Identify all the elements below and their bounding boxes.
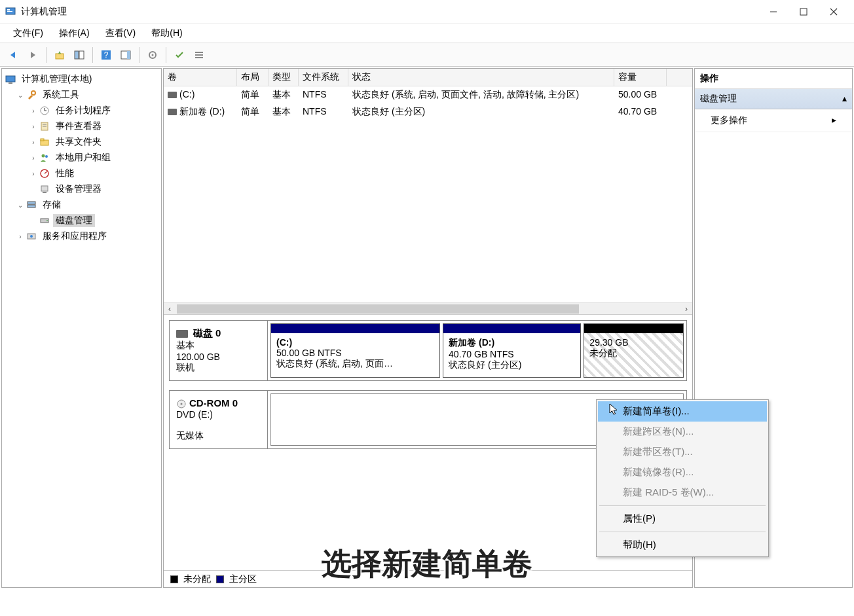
volume-row[interactable]: (C:) 简单 基本 NTFS 状态良好 (系统, 启动, 页面文件, 活动, … bbox=[164, 86, 692, 103]
col-volume[interactable]: 卷 bbox=[164, 69, 237, 86]
cdrom-label[interactable]: CD-ROM 0 DVD (E:) 无媒体 bbox=[170, 391, 268, 448]
expander-icon[interactable]: › bbox=[28, 154, 39, 162]
svg-rect-29 bbox=[41, 139, 44, 141]
tree-system-tools[interactable]: ⌄ 系统工具 bbox=[3, 87, 160, 103]
menu-view[interactable]: 查看(V) bbox=[98, 25, 144, 42]
svg-rect-36 bbox=[28, 202, 35, 204]
ctx-new-raid5-volume: 新建 RAID-5 卷(W)... bbox=[598, 482, 767, 503]
disk-mgmt-icon bbox=[39, 215, 50, 226]
svg-rect-4 bbox=[800, 9, 807, 15]
scroll-left-icon[interactable]: ‹ bbox=[164, 304, 176, 314]
ctx-properties[interactable]: 属性(P) bbox=[598, 509, 767, 529]
svg-rect-16 bbox=[195, 52, 203, 53]
horizontal-scrollbar[interactable]: ‹ › bbox=[164, 302, 692, 314]
more-actions[interactable]: 更多操作 ▸ bbox=[695, 109, 852, 132]
svg-rect-19 bbox=[6, 76, 15, 82]
svg-rect-34 bbox=[41, 186, 48, 191]
volume-list: 卷 布局 类型 文件系统 状态 容量 (C:) 简单 基本 NTFS 状态良好 … bbox=[164, 69, 692, 315]
show-hide-tree-button[interactable] bbox=[70, 46, 88, 64]
scroll-thumb[interactable] bbox=[177, 304, 579, 314]
expander-icon[interactable]: › bbox=[15, 233, 26, 240]
legend-primary-label: 主分区 bbox=[229, 573, 257, 585]
check-button[interactable] bbox=[170, 46, 189, 64]
disk-0-row: 磁盘 0 基本 120.00 GB 联机 (C:) 50.00 GB NTFS … bbox=[169, 320, 687, 381]
expander-icon[interactable]: › bbox=[28, 107, 39, 115]
tree-performance[interactable]: › 性能 bbox=[3, 166, 160, 181]
cursor-icon bbox=[609, 403, 620, 416]
forward-button[interactable] bbox=[24, 46, 42, 64]
disk-0-label[interactable]: 磁盘 0 基本 120.00 GB 联机 bbox=[170, 321, 268, 380]
device-icon bbox=[39, 183, 50, 195]
svg-point-30 bbox=[42, 154, 45, 158]
back-button[interactable] bbox=[4, 46, 22, 64]
expander-icon[interactable]: ⌄ bbox=[15, 92, 26, 99]
subtitle-text: 选择新建简单卷 bbox=[322, 544, 532, 585]
svg-point-21 bbox=[31, 91, 35, 95]
collapse-icon[interactable]: ▴ bbox=[842, 93, 847, 105]
svg-point-39 bbox=[46, 220, 48, 221]
col-filesystem[interactable]: 文件系统 bbox=[299, 69, 348, 86]
expander-icon[interactable]: ⌄ bbox=[15, 202, 26, 209]
col-capacity[interactable]: 容量 bbox=[614, 69, 667, 86]
partition-c[interactable]: (C:) 50.00 GB NTFS 状态良好 (系统, 启动, 页面… bbox=[270, 323, 440, 378]
expander-icon[interactable]: › bbox=[28, 170, 39, 177]
partition-d[interactable]: 新加卷 (D:) 40.70 GB NTFS 状态良好 (主分区) bbox=[443, 323, 581, 378]
svg-rect-17 bbox=[195, 54, 203, 56]
up-button[interactable] bbox=[50, 46, 69, 64]
expander-icon[interactable]: › bbox=[28, 123, 39, 130]
ctx-help[interactable]: 帮助(H) bbox=[598, 535, 767, 555]
arrow-right-icon: ▸ bbox=[832, 115, 836, 126]
menu-help[interactable]: 帮助(H) bbox=[143, 25, 190, 42]
actions-section[interactable]: 磁盘管理 ▴ bbox=[695, 89, 852, 109]
volume-list-body[interactable]: (C:) 简单 基本 NTFS 状态良好 (系统, 启动, 页面文件, 活动, … bbox=[164, 86, 692, 302]
actions-header: 操作 bbox=[695, 69, 852, 89]
action-pane-button[interactable] bbox=[117, 46, 135, 64]
tree-pane[interactable]: 计算机管理(本地) ⌄ 系统工具 › 任务计划程序 › 事件查看器 › 共享文件… bbox=[1, 68, 162, 588]
toolbar: ? bbox=[0, 43, 854, 67]
tree-disk-management[interactable]: › 磁盘管理 bbox=[3, 213, 160, 228]
tree-device-manager[interactable]: › 设备管理器 bbox=[3, 181, 160, 197]
window-title: 计算机管理 bbox=[21, 6, 758, 18]
maximize-button[interactable] bbox=[789, 2, 819, 22]
minimize-button[interactable] bbox=[758, 2, 789, 22]
list-button[interactable] bbox=[190, 46, 208, 64]
svg-text:?: ? bbox=[104, 50, 109, 60]
app-icon bbox=[5, 7, 16, 17]
tree-root[interactable]: 计算机管理(本地) bbox=[3, 71, 160, 87]
scroll-right-icon[interactable]: › bbox=[680, 304, 692, 314]
tree-shared-folders[interactable]: › 共享文件夹 bbox=[3, 134, 160, 150]
volume-icon bbox=[168, 92, 177, 98]
shared-folder-icon bbox=[39, 136, 50, 148]
expander-icon[interactable]: › bbox=[28, 139, 39, 146]
volume-row[interactable]: 新加卷 (D:) 简单 基本 NTFS 状态良好 (主分区) 40.70 GB bbox=[164, 103, 692, 120]
svg-rect-20 bbox=[9, 82, 12, 84]
ctx-separator bbox=[599, 505, 766, 506]
ctx-new-mirror-volume: 新建镜像卷(R)... bbox=[598, 462, 767, 482]
svg-rect-1 bbox=[7, 9, 10, 10]
tree-storage[interactable]: ⌄ 存储 bbox=[3, 197, 160, 213]
tree-task-scheduler[interactable]: › 任务计划程序 bbox=[3, 103, 160, 118]
col-status[interactable]: 状态 bbox=[348, 69, 614, 86]
tree-services[interactable]: › 服务和应用程序 bbox=[3, 228, 160, 244]
disk-icon bbox=[176, 330, 188, 338]
performance-icon bbox=[39, 168, 50, 179]
tree-local-users[interactable]: › 本地用户和组 bbox=[3, 150, 160, 166]
col-layout[interactable]: 布局 bbox=[237, 69, 269, 86]
svg-rect-13 bbox=[127, 51, 130, 59]
help-button[interactable]: ? bbox=[97, 46, 115, 64]
partition-unallocated[interactable]: 29.30 GB 未分配 bbox=[584, 323, 684, 378]
menubar: 文件(F) 操作(A) 查看(V) 帮助(H) bbox=[0, 24, 854, 43]
tree-event-viewer[interactable]: › 事件查看器 bbox=[3, 118, 160, 134]
svg-point-15 bbox=[152, 54, 154, 56]
volume-icon bbox=[168, 109, 177, 115]
menu-action[interactable]: 操作(A) bbox=[51, 25, 98, 42]
col-type[interactable]: 类型 bbox=[269, 69, 299, 86]
ctx-new-spanned-volume: 新建跨区卷(N)... bbox=[598, 422, 767, 442]
svg-rect-35 bbox=[43, 192, 46, 193]
close-button[interactable] bbox=[819, 2, 849, 22]
ctx-new-simple-volume[interactable]: 新建简单卷(I)... bbox=[598, 401, 767, 422]
svg-rect-37 bbox=[28, 205, 35, 208]
settings-button[interactable] bbox=[143, 46, 162, 64]
tools-icon bbox=[26, 89, 37, 101]
menu-file[interactable]: 文件(F) bbox=[5, 25, 51, 42]
